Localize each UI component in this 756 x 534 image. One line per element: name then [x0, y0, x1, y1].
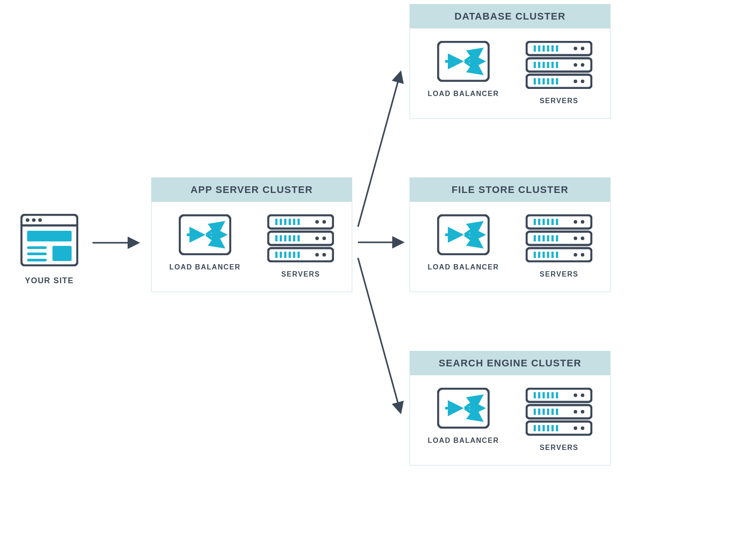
your-site: YOUR SITE: [20, 214, 78, 285]
svg-point-131: [574, 410, 577, 414]
svg-point-3: [32, 218, 36, 222]
svg-line-48: [465, 51, 479, 61]
svg-rect-103: [538, 252, 540, 258]
search-engine-cluster: SEARCH ENGINE CLUSTER LOAD BALANCER SERV…: [410, 351, 611, 466]
svg-point-33: [322, 237, 326, 240]
svg-point-90: [574, 220, 577, 224]
svg-rect-85: [538, 219, 540, 225]
svg-rect-21: [293, 219, 295, 225]
svg-rect-6: [52, 246, 72, 261]
load-balancer-icon: [437, 388, 490, 429]
svg-rect-20: [289, 219, 291, 225]
svg-rect-86: [543, 219, 545, 225]
svg-rect-118: [543, 392, 545, 398]
svg-rect-18: [280, 219, 282, 225]
svg-rect-75: [556, 78, 558, 84]
svg-rect-95: [543, 235, 545, 241]
load-balancer-icon: [437, 214, 490, 255]
svg-rect-57: [556, 45, 558, 52]
svg-rect-137: [547, 425, 549, 431]
file-store-cluster: FILE STORE CLUSTER LOAD BALANCER SERVERS: [410, 177, 611, 292]
svg-rect-136: [543, 425, 545, 431]
svg-point-4: [38, 218, 42, 222]
svg-point-99: [574, 237, 577, 240]
svg-rect-71: [538, 78, 540, 84]
svg-line-82: [465, 235, 479, 245]
lb-label: LOAD BALANCER: [428, 263, 499, 271]
load-balancer: LOAD BALANCER: [428, 214, 499, 278]
svg-rect-128: [547, 409, 549, 415]
svg-rect-96: [547, 235, 549, 241]
svg-point-67: [574, 63, 577, 67]
svg-rect-9: [27, 259, 47, 261]
cluster-title: SEARCH ENGINE CLUSTER: [410, 351, 610, 375]
svg-rect-65: [551, 62, 554, 68]
svg-rect-98: [556, 235, 558, 241]
servers: SERVERS: [267, 214, 334, 278]
svg-line-15: [206, 235, 221, 245]
svg-rect-106: [551, 252, 554, 258]
cluster-title: FILE STORE CLUSTER: [410, 178, 610, 202]
your-site-label: YOUR SITE: [25, 276, 74, 285]
svg-rect-116: [534, 392, 536, 398]
svg-point-77: [581, 80, 584, 83]
svg-rect-55: [547, 45, 549, 52]
svg-rect-54: [543, 45, 545, 52]
svg-rect-73: [547, 78, 549, 84]
svg-rect-117: [538, 392, 540, 398]
svg-rect-70: [534, 78, 536, 84]
svg-rect-72: [543, 78, 545, 84]
svg-rect-66: [556, 62, 558, 68]
svg-point-23: [315, 220, 319, 224]
svg-point-41: [315, 253, 319, 257]
svg-rect-29: [289, 235, 291, 241]
svg-rect-134: [534, 425, 536, 431]
fanout-arrows: [358, 69, 407, 416]
svg-line-80: [465, 224, 479, 235]
svg-point-100: [581, 237, 584, 240]
svg-rect-88: [551, 219, 554, 225]
svg-rect-139: [556, 425, 558, 431]
svg-rect-7: [27, 246, 47, 249]
svg-rect-28: [284, 235, 286, 241]
svg-point-108: [574, 253, 577, 257]
svg-rect-52: [534, 45, 536, 52]
svg-rect-104: [543, 252, 545, 258]
svg-point-24: [322, 220, 326, 224]
svg-rect-119: [547, 392, 549, 398]
svg-rect-93: [534, 235, 536, 241]
lb-label: LOAD BALANCER: [169, 263, 241, 271]
svg-rect-74: [551, 78, 554, 84]
svg-line-50: [465, 61, 479, 72]
svg-rect-94: [538, 235, 540, 241]
servers-icon: [526, 41, 592, 89]
svg-rect-39: [293, 252, 295, 258]
svg-rect-126: [538, 409, 540, 415]
svg-point-76: [574, 80, 577, 83]
svg-line-114: [465, 408, 479, 419]
svg-point-59: [581, 47, 584, 50]
svg-rect-107: [556, 252, 558, 258]
load-balancer: LOAD BALANCER: [169, 214, 241, 278]
svg-rect-84: [534, 219, 536, 225]
srv-label: SERVERS: [539, 97, 578, 105]
svg-rect-97: [551, 235, 554, 241]
load-balancer-icon: [437, 41, 490, 82]
srv-label: SERVERS: [539, 270, 578, 278]
svg-rect-121: [556, 392, 558, 398]
svg-rect-102: [534, 252, 536, 258]
svg-rect-63: [543, 62, 545, 68]
svg-rect-30: [293, 235, 295, 241]
svg-line-45: [358, 258, 400, 411]
svg-point-91: [581, 220, 584, 224]
svg-rect-61: [534, 62, 536, 68]
svg-rect-5: [27, 231, 72, 241]
lb-label: LOAD BALANCER: [428, 437, 499, 445]
svg-line-112: [465, 397, 479, 408]
architecture-diagram: YOUR SITE APP SERVER CLUSTER: [0, 0, 756, 534]
svg-point-68: [581, 63, 584, 67]
svg-point-123: [581, 393, 584, 397]
svg-line-13: [206, 224, 221, 235]
svg-rect-22: [298, 219, 300, 225]
database-cluster: DATABASE CLUSTER LOAD BALANCER SERVERS: [410, 4, 611, 119]
